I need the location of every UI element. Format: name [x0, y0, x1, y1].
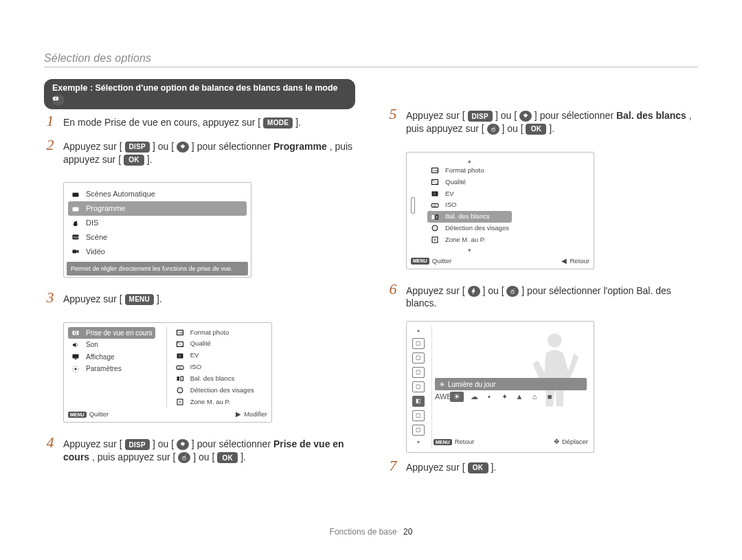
face-icon [175, 386, 185, 394]
disp-button-icon: DISP [125, 142, 150, 153]
lcd-mode-item: Scènes Automatique [68, 187, 247, 201]
lcd-mode-item: Programme [68, 201, 247, 216]
step-text: Appuyez sur [ [406, 110, 465, 121]
lcd-shoot-item: Zone M. au P. [427, 234, 512, 246]
step-number: 7 [387, 461, 399, 474]
menu-mini-icon: MENU [411, 258, 429, 264]
lcd-mode-hint: Permet de régler directement les fonctio… [67, 262, 248, 276]
lcd-shoot-item: Qualité [427, 177, 512, 188]
lcd-menu-tab-label: Son [86, 340, 98, 350]
step-text: ]. [491, 462, 496, 473]
lcd-menu-item-label: Bal. des blancs [190, 374, 234, 383]
wb-icon: ◧ [412, 396, 425, 407]
svg-text:SCN: SCN [74, 236, 80, 239]
step-text: ]. [295, 117, 301, 128]
step-number: 3 [44, 293, 56, 306]
example-pill: Exemple : Sélection d'une option de bala… [44, 79, 355, 109]
photo-size-icon: 12M [175, 328, 185, 337]
lcd-menu-tab-label: Prise de vue en cours [86, 328, 153, 338]
svg-rect-19 [177, 377, 179, 381]
lcd-footer-left: Quitter [432, 257, 452, 266]
step-7: 7 Appuyez sur [ OK ]. [387, 461, 698, 474]
move-icon: ✥ [554, 438, 559, 447]
lcd-menu-item: Zone M. au P. [172, 396, 257, 408]
quality-icon [175, 340, 185, 348]
iso-icon: ISO [175, 363, 185, 372]
lcd-shoot-item-label: Qualité [445, 178, 466, 187]
menu-mini-icon: MENU [68, 412, 87, 418]
svg-point-4 [75, 208, 77, 210]
video-icon [71, 247, 80, 256]
wb-icon [430, 213, 440, 221]
svg-rect-11 [75, 359, 77, 359]
display-icon [71, 352, 80, 361]
lcd-shoot-item: ISOISO [427, 199, 512, 211]
step-text: ] pour sélectionner [535, 110, 616, 121]
wb-option: ✦ [499, 392, 509, 402]
lcd-shoot-item-label: ISO [445, 201, 456, 210]
lcd-mode-item: Vidéo [68, 245, 247, 259]
step-text: ]. [240, 451, 246, 462]
page-number: 20 [403, 527, 412, 537]
step-2: 2 Appuyez sur [ DISP ] ou [ ] pour sélec… [44, 140, 355, 166]
lcd-shoot-item-label: Format photo [445, 166, 484, 175]
lcd-menu-item-label: Détection des visages [190, 386, 254, 395]
gear-icon [71, 365, 80, 373]
svg-point-12 [75, 368, 77, 370]
step-text: ]. [549, 123, 554, 134]
step-text: ] pour sélectionner [192, 141, 273, 152]
wb-option: ■ [545, 392, 554, 402]
lcd-menu-tab: Affichage [68, 351, 155, 363]
face-icon: ▢ [412, 410, 425, 421]
programme-label: Programme [273, 141, 327, 152]
svg-point-23 [181, 390, 181, 390]
af-area-icon [175, 398, 185, 406]
lcd-footer-left: Quitter [89, 410, 109, 419]
wb-option: • [484, 392, 494, 402]
step-3: 3 Appuyez sur [ MENU ]. [44, 293, 355, 306]
wb-option: ⌂ [530, 392, 539, 402]
self-timer-icon [487, 124, 499, 135]
quality-icon [430, 178, 440, 186]
lcd-menu-tab: Son [68, 339, 155, 351]
lcd-mode-list: Scènes AutomatiqueProgrammeDISSCNScèneVi… [63, 182, 251, 277]
svg-text:ISO: ISO [177, 366, 181, 369]
step-text: ] ou [ [153, 141, 174, 152]
macro-flower-icon [519, 111, 532, 122]
lcd-menu-tab-label: Affichage [86, 352, 115, 362]
lcd-shoot-item: Bal. des blancs [427, 211, 512, 223]
lcd-menu-item: Qualité [172, 338, 257, 350]
chevron-right-icon: ▶ [236, 410, 241, 419]
wb-current-label: Lumière du jour [448, 380, 495, 390]
step-text: ] ou [ [193, 451, 214, 462]
photo-size-icon: 12M [430, 166, 440, 175]
lcd-shoot-item: 12MFormat photo [427, 165, 512, 177]
step-text: Appuyez sur [ [406, 462, 465, 473]
ok-button-icon: OK [217, 452, 238, 463]
lcd-menu-item-label: Zone M. au P. [190, 398, 230, 407]
lcd-menu-tab-label: Paramètres [86, 364, 122, 374]
lcd-footer-right: Retour [570, 257, 589, 266]
af-area-icon: ▢ [412, 425, 425, 436]
quality-icon: ▢ [412, 352, 425, 363]
speaker-icon [71, 341, 80, 349]
menu-button-icon: MENU [125, 294, 155, 305]
lcd-footer: MENUQuitter▶Modifier [68, 410, 267, 419]
svg-rect-10 [73, 355, 79, 359]
wb-option: ▲ [515, 392, 524, 402]
step-number: 5 [387, 109, 399, 135]
lcd-menu-item-label: ISO [190, 363, 201, 372]
lcd-menu-item: 12MFormat photo [172, 327, 257, 339]
svg-point-21 [177, 388, 183, 393]
right-column: 5 Appuyez sur [ DISP ] ou [ ] pour sélec… [387, 79, 698, 512]
camera-icon [411, 197, 415, 214]
lcd-shoot-item: Détection des visages [427, 223, 512, 234]
lcd-menu-item-label: EV [190, 351, 199, 360]
iso-icon: ▢ [412, 381, 425, 392]
svg-rect-2 [73, 192, 79, 197]
wb-options-row: AWB☀☁•✦▲⌂■ [435, 392, 554, 402]
lcd-menu-tab: Prise de vue en cours [68, 327, 155, 339]
ok-button-icon: OK [124, 155, 144, 166]
step-text: ] pour sélectionner [192, 438, 273, 449]
lcd-menu: Prise de vue en coursSonAffichageParamèt… [63, 322, 272, 423]
